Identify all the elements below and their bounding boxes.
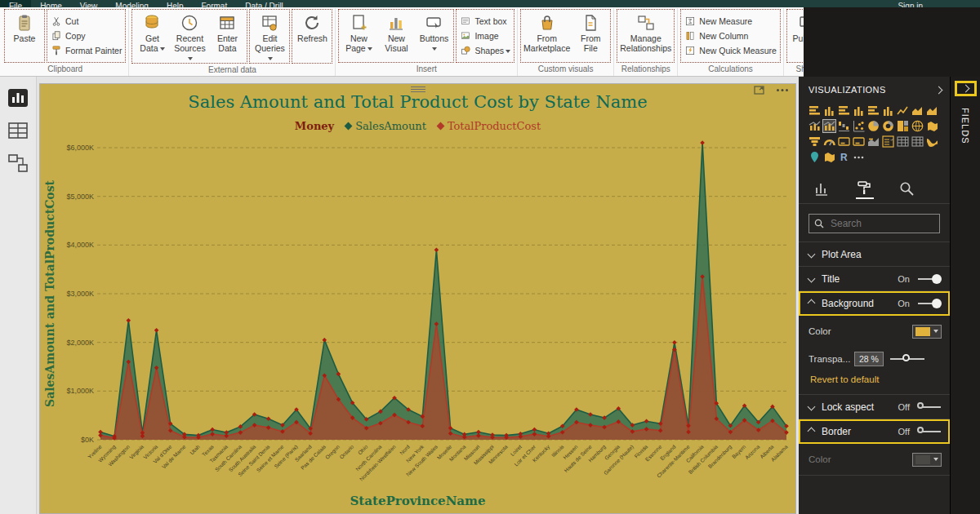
100-stacked-bar-chart-icon[interactable] (867, 104, 880, 117)
line-chart-icon[interactable] (897, 104, 909, 117)
waterfall-chart-icon[interactable] (838, 120, 850, 132)
slicer-icon[interactable] (882, 135, 894, 148)
ribbon-button-manage-relationships[interactable]: Manage Relationships (618, 10, 673, 62)
ribbon-button-label: New Measure (699, 16, 752, 26)
shape-map-icon[interactable] (823, 151, 835, 163)
border-toggle[interactable] (917, 426, 942, 436)
fields-pane-collapsed[interactable]: FIELDS (950, 77, 980, 514)
menu-tab-modeling[interactable]: Modeling (106, 0, 158, 7)
scatter-chart-icon[interactable] (853, 120, 865, 132)
gauge-icon[interactable] (823, 135, 835, 148)
donut-chart-icon[interactable] (882, 120, 894, 132)
ribbon-button-shapes[interactable]: Shapes (457, 43, 513, 58)
search-input[interactable] (829, 217, 927, 230)
sign-in-button[interactable]: Sign in (898, 0, 923, 7)
border-settings: Color (799, 444, 950, 476)
report-view-icon[interactable] (7, 88, 29, 108)
map-icon[interactable] (911, 120, 924, 132)
title-toggle[interactable] (917, 273, 942, 284)
ribbon-button-new-page[interactable]: New Page (340, 10, 377, 62)
ribbon-button-cut[interactable]: Cut (48, 14, 124, 29)
background-color-dropdown[interactable] (912, 325, 942, 339)
get-data-icon (142, 13, 162, 33)
format-tab[interactable] (856, 178, 874, 199)
ribbon-button-new-quick-measure[interactable]: New Quick Measure (682, 43, 779, 58)
fields-tab[interactable] (813, 178, 831, 199)
lock-aspect-toggle[interactable] (917, 401, 942, 412)
arcgis-map-icon[interactable] (808, 151, 821, 163)
100-stacked-column-chart-icon[interactable] (882, 104, 894, 117)
ellipsis-icon[interactable] (853, 151, 865, 163)
ribbon-button-refresh[interactable]: Refresh (293, 10, 331, 63)
analytics-tab[interactable] (898, 178, 916, 199)
section-plot-area[interactable]: Plot Area (799, 242, 950, 267)
section-title[interactable]: Title On (799, 267, 950, 291)
ribbon-button-label: Image (474, 31, 498, 41)
line-area-chart[interactable]: $0K$1,000K$2,000K$3,000K$4,000K$5,000K$6… (40, 84, 796, 514)
model-view-icon[interactable] (7, 153, 29, 173)
filled-map-icon[interactable] (926, 120, 938, 132)
x-tick-label: Virginia (128, 443, 145, 460)
treemap-icon[interactable] (897, 120, 909, 132)
card-icon[interactable] (838, 135, 850, 148)
ribbon-button-label: Shapes (474, 46, 510, 55)
menu-tab-view[interactable]: View (71, 0, 107, 7)
menu-tab-data-drill[interactable]: Data / Drill (236, 0, 292, 7)
expand-pane-icon[interactable] (961, 85, 969, 93)
line-clustered-column-chart-icon[interactable] (823, 120, 835, 132)
line-stacked-column-chart-icon[interactable] (808, 120, 821, 132)
ribbon-button-enter-data[interactable]: Enter Data (208, 10, 246, 63)
format-search[interactable] (808, 214, 940, 233)
pie-chart-icon[interactable] (867, 120, 880, 132)
multi-row-card-icon[interactable] (853, 135, 865, 148)
section-lock-aspect[interactable]: Lock aspect Off (799, 395, 950, 419)
new-quick-measure-icon (684, 45, 696, 56)
ribbon-group-label: Insert (337, 64, 515, 76)
section-background[interactable]: Background On (799, 291, 950, 316)
matrix-icon[interactable] (911, 135, 924, 148)
menu-tab-format[interactable]: Format (192, 0, 236, 7)
ribbon-button-recent-sources[interactable]: Recent Sources (171, 10, 208, 63)
ribbon-button-edit-queries[interactable]: Edit Queries (251, 10, 288, 63)
background-settings: Color Transpa... 28 % Revert to default (799, 316, 950, 395)
ribbon-button-image[interactable]: Image (457, 29, 513, 43)
ribbon-button-buttons[interactable]: Buttons (415, 10, 452, 62)
r-script-visual-icon[interactable]: R (838, 151, 850, 163)
stacked-column-chart-icon[interactable] (823, 104, 835, 117)
ribbon-cluster: Text boxImageShapes (456, 9, 514, 63)
transparency-slider[interactable] (890, 354, 924, 364)
area-chart-icon[interactable] (911, 104, 924, 117)
collapse-pane-icon[interactable] (935, 86, 943, 94)
ribbon-group-clipboard: PasteCutCopyFormat PainterClipboard (2, 8, 129, 76)
data-view-icon[interactable] (7, 121, 29, 140)
kpi-icon[interactable] (867, 135, 880, 148)
ribbon-button-from-file[interactable]: From File (572, 10, 609, 62)
menu-tab-home[interactable]: Home (31, 0, 71, 7)
ribbon-button-format-painter[interactable]: Format Painter (48, 43, 124, 58)
ribbon-button-new-column[interactable]: New Column (682, 29, 779, 43)
menu-tab-help[interactable]: Help (158, 0, 193, 7)
chart-plot-area[interactable]: $0K$1,000K$2,000K$3,000K$4,000K$5,000K$6… (40, 84, 795, 513)
ribbon-button-paste[interactable]: Paste (6, 10, 43, 62)
ribbon-button-copy[interactable]: Copy (48, 29, 124, 43)
revert-to-default-link[interactable]: Revert to default (808, 373, 942, 392)
ribbon-button-new-visual[interactable]: New Visual (377, 10, 415, 62)
section-border[interactable]: Border Off (799, 419, 950, 444)
background-toggle[interactable] (917, 298, 942, 308)
slider-knob[interactable] (902, 354, 910, 361)
clustered-column-chart-icon[interactable] (853, 104, 865, 117)
ribbon-chart-icon[interactable] (926, 135, 938, 148)
table-icon[interactable] (897, 135, 909, 148)
stacked-area-chart-icon[interactable] (926, 104, 938, 117)
menu-tab-file[interactable]: File (0, 0, 31, 7)
ribbon-button-new-measure[interactable]: New Measure (682, 14, 779, 29)
funnel-icon[interactable] (808, 135, 821, 148)
chart-visual[interactable]: Sales Amount and Total Product Cost by S… (39, 83, 796, 514)
ribbon-button-text-box[interactable]: Text box (457, 14, 513, 29)
stacked-bar-chart-icon[interactable] (808, 104, 821, 117)
ribbon-button-from-marketplace[interactable]: From Marketplace (522, 10, 572, 62)
ribbon-group-custom-visuals: From MarketplaceFrom FileCustom visuals (518, 8, 614, 76)
ribbon-button-get-data[interactable]: Get Data (133, 10, 171, 63)
clustered-bar-chart-icon[interactable] (838, 104, 850, 117)
transparency-value[interactable]: 28 % (854, 352, 884, 366)
